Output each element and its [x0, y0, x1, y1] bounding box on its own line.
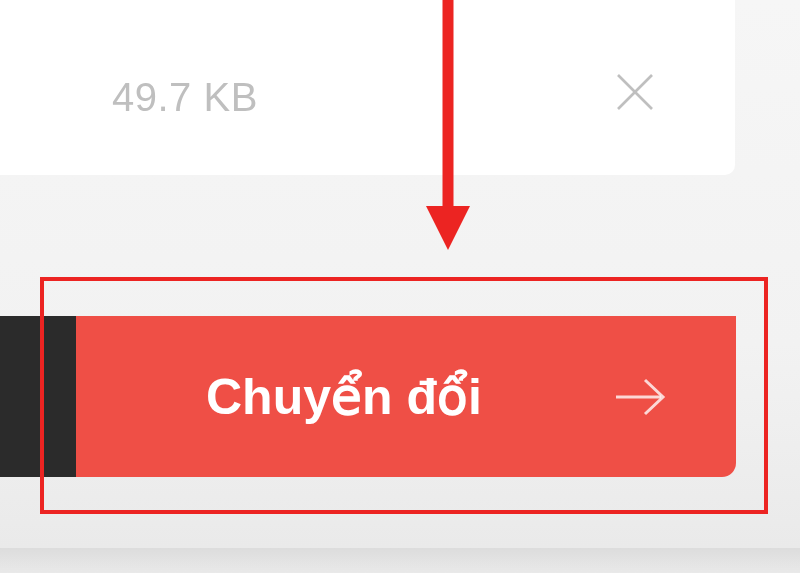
decorative-shadow [0, 548, 800, 573]
file-item-card: 49.7 KB [0, 0, 735, 175]
arrow-right-icon [604, 361, 676, 433]
remove-file-button[interactable] [599, 58, 671, 130]
svg-marker-4 [426, 206, 470, 250]
decorative-side-strip [0, 316, 76, 477]
convert-button-label: Chuyển đổi [206, 368, 482, 426]
screen: 49.7 KB Chuyển đổi [0, 0, 800, 573]
convert-button[interactable]: Chuyển đổi [76, 316, 736, 477]
file-size-label: 49.7 KB [112, 75, 258, 120]
close-icon [612, 69, 658, 119]
